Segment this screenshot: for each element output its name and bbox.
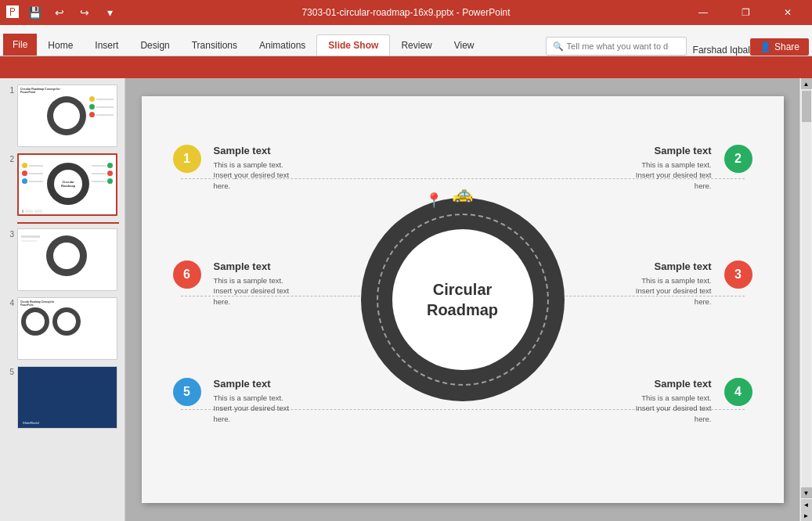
redo-quick-btn[interactable]: ↪ [74,2,96,23]
thumb-content-4: Circular Roadmap Concept forPowerPoint [18,298,117,359]
undo-quick-btn[interactable]: ↩ [49,2,70,23]
road-ring: CircularRoadmap 🚕 📍 [361,198,565,401]
section-2: 2 Sample text This is a sample text.Inse… [630,145,752,191]
scroll-track [802,89,811,487]
section-body-2: This is a sample text.Insert your desire… [636,160,712,191]
slide-preview-3[interactable] [17,228,117,291]
circle-1: 1 [173,145,201,173]
tab-animations[interactable]: Animations [248,35,316,56]
slide-canvas[interactable]: CircularRoadmap 🚕 📍 1 Sample text Th [142,96,784,503]
restore-btn[interactable]: ❐ [727,0,763,25]
section-body-3: This is a sample text.Insert your desire… [636,275,712,307]
share-button[interactable]: 👤 Share [750,38,809,56]
active-slide-marker [17,222,119,224]
ribbon-tabs: File Home Insert Design Transitions Anim… [0,25,812,56]
slide-panel: 1 Circular Roadmap Concept forPowerPoint [0,78,125,521]
section-4: 4 Sample text This is a sample text.Inse… [630,378,752,424]
section-5: 5 Sample text This is a sample text.Inse… [173,378,296,424]
slide-thumb-2[interactable]: 2 CircularRoadmap [3,153,121,216]
title-bar: 🅿 💾 ↩ ↪ ▾ 7303-01-circular-roadmap-16x9.… [0,0,812,25]
tab-insert[interactable]: Insert [84,35,129,56]
search-icon: 🔍 [553,41,564,52]
thumb-content-1: Circular Roadmap Concept forPowerPoint [18,85,117,146]
section-text-3: Sample text This is a sample text.Insert… [630,260,718,307]
minimize-btn[interactable]: — [685,0,721,25]
slide-preview-2[interactable]: CircularRoadmap [17,153,117,216]
slide-thumb-5[interactable]: 5 SlideModel [3,366,121,429]
section-body-6: This is a sample text.Insert your desire… [214,275,290,307]
tab-view[interactable]: View [443,35,485,56]
section-title-3: Sample text [636,260,712,272]
thumb-content-2: CircularRoadmap [19,155,116,214]
tab-slideshow[interactable]: Slide Show [316,34,390,56]
slide-preview-1[interactable]: Circular Roadmap Concept forPowerPoint [17,84,117,147]
section-text-1: Sample text This is a sample text.Insert… [208,145,296,191]
section-title-2: Sample text [636,145,712,156]
slide-num-5: 5 [3,366,14,376]
section-title-1: Sample text [214,145,290,156]
main-content: 1 Circular Roadmap Concept forPowerPoint [0,78,812,521]
powerpoint-icon: 🅿 [6,5,19,20]
slide-num-2: 2 [3,153,14,163]
circle-5: 5 [173,378,201,406]
thumb-content-5: SlideModel [18,367,117,428]
thumb-content-3 [18,229,117,290]
section-text-6: Sample text This is a sample text.Insert… [208,260,296,307]
tab-file[interactable]: File [3,34,37,56]
title-bar-controls: — ❐ ✕ [685,0,806,25]
section-text-5: Sample text This is a sample text.Insert… [208,378,296,424]
close-btn[interactable]: ✕ [770,0,806,25]
tab-transitions[interactable]: Transitions [181,35,248,56]
title-bar-left: 🅿 💾 ↩ ↪ ▾ [6,2,121,23]
circle-2: 2 [724,145,752,173]
circle-4: 4 [724,378,752,406]
search-input[interactable] [567,41,669,51]
scroll-left-btn[interactable]: ◄ [801,499,812,510]
scroll-right-btn[interactable]: ► [801,510,812,521]
slide-num-1: 1 [3,84,14,95]
section-text-2: Sample text This is a sample text.Insert… [630,145,718,191]
scroll-down-btn[interactable]: ▼ [801,487,812,498]
tab-home[interactable]: Home [37,35,84,56]
window-title: 7303-01-circular-roadmap-16x9.pptx - Pow… [301,7,510,18]
circle-3: 3 [724,260,752,289]
slide-thumb-3[interactable]: 3 [3,228,121,291]
save-quick-btn[interactable]: 💾 [23,2,45,23]
search-bar[interactable]: 🔍 [546,37,687,56]
slide-num-4: 4 [3,297,14,307]
tab-design[interactable]: Design [129,35,180,56]
slide-preview-4[interactable]: Circular Roadmap Concept forPowerPoint [17,297,117,360]
circle-6: 6 [173,260,201,289]
section-3: 3 Sample text This is a sample text.Inse… [630,260,752,307]
center-circle: CircularRoadmap 🚕 📍 [361,198,565,401]
ribbon: File Home Insert Design Transitions Anim… [0,25,812,78]
scroll-area: ▲ ▼ ◄ ► [799,78,812,521]
slide-area: CircularRoadmap 🚕 📍 1 Sample text Th [125,78,799,521]
car-icon: 🚕 [452,184,473,204]
scroll-up-btn[interactable]: ▲ [801,78,812,89]
section-title-6: Sample text [214,260,290,272]
dashed-ring [377,214,549,386]
section-title-5: Sample text [214,378,290,390]
section-6: 6 Sample text This is a sample text.Inse… [173,260,296,307]
scroll-thumb[interactable] [802,91,811,122]
slide-thumb-1[interactable]: 1 Circular Roadmap Concept forPowerPoint [3,84,121,147]
section-body-1: This is a sample text.Insert your desire… [214,160,290,191]
tab-review[interactable]: Review [390,35,442,56]
share-icon: 👤 [760,41,771,52]
quick-access-toolbar: 💾 ↩ ↪ ▾ [23,2,121,23]
section-body-4: This is a sample text.Insert your desire… [636,393,712,424]
slide-num-3: 3 [3,228,14,239]
pin-icon: 📍 [425,192,442,209]
customize-quick-btn[interactable]: ▾ [99,2,121,23]
slide-preview-5[interactable]: SlideModel [17,366,117,429]
user-name: Farshad Iqbal [693,45,750,56]
section-text-4: Sample text This is a sample text.Insert… [630,378,718,424]
section-title-4: Sample text [636,378,712,390]
slide-thumb-4[interactable]: 4 Circular Roadmap Concept forPowerPoint [3,297,121,360]
roadmap-container: CircularRoadmap 🚕 📍 1 Sample text Th [142,96,784,503]
section-1: 1 Sample text This is a sample text.Inse… [173,145,296,191]
section-body-5: This is a sample text.Insert your desire… [214,393,290,424]
